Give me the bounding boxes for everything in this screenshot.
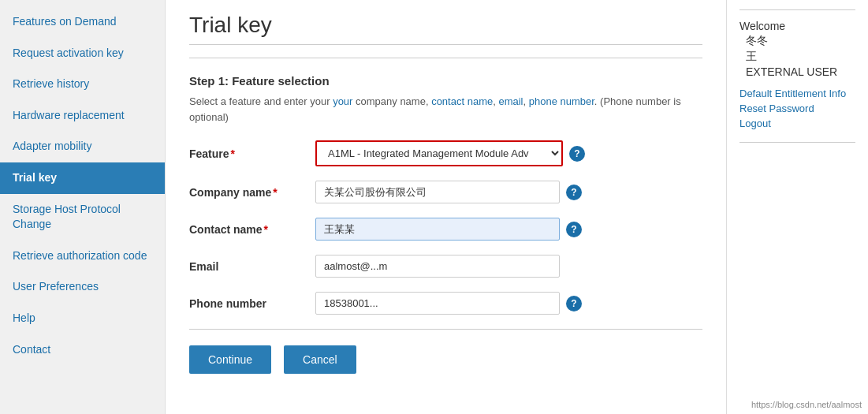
step-heading: Step 1: Feature selection [189, 74, 702, 88]
sidebar-item-retrieve-history[interactable]: Retrieve history [0, 69, 165, 100]
right-panel-top-divider [739, 9, 855, 10]
sidebar-item-features-on-demand[interactable]: Features on Demand [0, 6, 165, 38]
phone-help-icon[interactable]: ? [566, 296, 582, 311]
company-name-input[interactable] [315, 181, 560, 203]
phone-label: Phone number [189, 297, 315, 310]
company-name-field-wrap: ? [315, 181, 582, 203]
email-label: Email [189, 260, 315, 273]
phone-row: Phone number ? [189, 292, 702, 315]
page-title: Trial key [189, 13, 702, 45]
main-content: Trial key Step 1: Feature selection Sele… [166, 0, 726, 414]
email-row: Email [189, 255, 702, 278]
feature-row: Feature* A1ML - Integrated Management Mo… [189, 140, 702, 166]
contact-name-row: Contact name* ? [189, 218, 702, 241]
welcome-text: Welcome [739, 20, 855, 32]
feature-select[interactable]: A1ML - Integrated Management Module Adv [317, 142, 561, 165]
cancel-button[interactable]: Cancel [284, 345, 356, 374]
continue-button[interactable]: Continue [189, 345, 271, 374]
sidebar-item-user-preferences[interactable]: User Preferences [0, 271, 165, 303]
right-panel-links: Default Entitlement InfoReset PasswordLo… [739, 88, 855, 129]
feature-field-wrap: A1ML - Integrated Management Module Adv … [315, 140, 585, 166]
user-name-line2: 王 [739, 50, 855, 64]
phone-field-wrap: ? [315, 292, 582, 315]
email-field-wrap [315, 255, 560, 278]
sidebar-item-trial-key[interactable]: Trial key [0, 162, 165, 194]
company-name-help-icon[interactable]: ? [566, 185, 582, 200]
external-user-text: EXTERNAL USER [739, 65, 855, 78]
button-row: Continue Cancel [189, 345, 702, 374]
right-panel-link-reset-password[interactable]: Reset Password [739, 103, 855, 114]
right-panel: Welcome 冬冬 王 EXTERNAL USER Default Entit… [726, 0, 868, 414]
contact-name-field-wrap: ? [315, 218, 582, 241]
user-name-line1: 冬冬 [739, 34, 855, 48]
sidebar: Features on DemandRequest activation key… [0, 0, 166, 414]
phone-input[interactable] [315, 292, 560, 315]
right-panel-bottom-divider [739, 142, 855, 143]
email-input[interactable] [315, 255, 560, 278]
feature-label: Feature* [189, 147, 315, 160]
sidebar-item-adapter-mobility[interactable]: Adapter mobility [0, 131, 165, 162]
feature-help-icon[interactable]: ? [569, 146, 585, 162]
sidebar-item-retrieve-authorization-code[interactable]: Retrieve authorization code [0, 241, 165, 272]
sidebar-item-request-activation-key[interactable]: Request activation key [0, 38, 165, 69]
step-description: Select a feature and enter your your com… [189, 94, 702, 125]
footer-url: https://blog.csdn.net/aalmost [751, 400, 862, 409]
company-name-label: Company name* [189, 186, 315, 199]
contact-name-label: Contact name* [189, 223, 315, 236]
right-panel-link-logout[interactable]: Logout [739, 117, 855, 129]
sidebar-item-contact[interactable]: Contact [0, 334, 165, 366]
feature-select-wrap: A1ML - Integrated Management Module Adv [315, 140, 563, 166]
sidebar-item-help[interactable]: Help [0, 303, 165, 334]
sidebar-item-storage-host-protocol-change[interactable]: Storage Host Protocol Change [0, 194, 165, 241]
right-panel-link-default-entitlement-info[interactable]: Default Entitlement Info [739, 88, 855, 99]
company-name-row: Company name* ? [189, 181, 702, 203]
step-desc-1: Select a feature and enter your your com… [189, 95, 681, 123]
sidebar-item-hardware-replacement[interactable]: Hardware replacement [0, 100, 165, 132]
contact-name-help-icon[interactable]: ? [566, 222, 582, 237]
contact-name-input[interactable] [315, 218, 560, 241]
